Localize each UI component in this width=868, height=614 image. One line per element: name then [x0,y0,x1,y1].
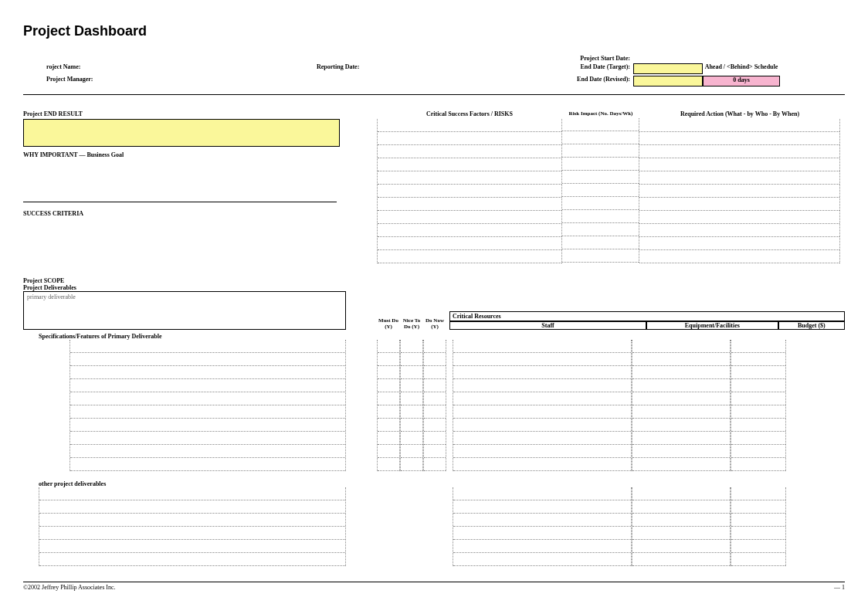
other-budget-rows[interactable] [731,487,786,566]
staff-header: Staff [449,321,646,330]
end-date-revised-label: End Date (Revised): [510,76,633,87]
primary-deliverable-input[interactable]: primary deliverable [23,291,346,330]
required-action-rows[interactable] [639,119,840,263]
other-deliverables-label: other project deliverables [23,480,845,487]
required-action-label: Required Action (What - by Who - By When… [639,109,840,119]
project-start-date-label: Project Start Date: [510,55,633,62]
nice-to-do-rows[interactable] [400,340,423,471]
project-manager-label: Project Manager: [23,76,317,87]
footer: ©2002 Jeffrey Phillip Associates Inc. — … [23,582,845,591]
other-deliv-rows[interactable] [39,487,346,566]
staff-rows[interactable] [453,340,632,471]
end-result-label: Project END RESULT [23,109,340,119]
csf-rows[interactable] [377,119,562,263]
budget-rows[interactable] [731,340,786,471]
page-number: — 1 [834,584,845,591]
why-important-label: WHY IMPORTANT — Business Goal [23,150,340,160]
end-date-target-label: End Date (Target): [510,63,633,74]
other-staff-rows[interactable] [453,487,632,566]
divider [23,94,845,95]
ahead-behind-label: Ahead / <Behind> Schedule [703,63,780,74]
must-do-rows[interactable] [377,340,400,471]
risk-impact-label: Risk Impact (No. Days/Wk) [562,109,639,118]
equipment-header: Equipment/Facilities [646,321,778,330]
nice-to-do-header: Nice To Do (Y) [400,317,423,330]
other-equipment-rows[interactable] [632,487,731,566]
do-now-rows[interactable] [423,340,446,471]
budget-header: Budget ($) [778,321,845,330]
success-criteria-label: SUCCESS CRITERIA [23,209,340,219]
end-date-target-value[interactable] [633,63,703,74]
deliverables-label: Project Deliverables [23,284,845,291]
success-criteria-input[interactable] [23,219,340,256]
csf-label: Critical Success Factors / RISKS [377,109,562,119]
reporting-date-label: Reporting Date: [317,63,510,74]
why-important-input[interactable] [23,160,337,202]
risk-impact-rows[interactable] [562,118,639,263]
spec-rows[interactable] [70,340,346,471]
days-value: 0 days [703,76,780,87]
project-name-label: roject Name: [23,63,317,74]
must-do-header: Must Do (Y) [377,317,400,330]
equipment-rows[interactable] [632,340,731,471]
end-result-input[interactable] [23,119,340,147]
header-area: roject Name: Project Manager: Reporting … [23,55,845,87]
copyright: ©2002 Jeffrey Phillip Associates Inc. [23,584,115,591]
spec-label: Specifications/Features of Primary Deliv… [23,333,845,340]
critical-resources-header: Critical Resources [449,311,845,321]
end-date-revised-value[interactable] [633,76,703,87]
page-title: Project Dashboard [23,23,845,39]
mid-section: Project END RESULT WHY IMPORTANT — Busin… [23,109,845,263]
scope-label: Project SCOPE [23,277,845,284]
do-now-header: Do Now (Y) [423,317,446,330]
